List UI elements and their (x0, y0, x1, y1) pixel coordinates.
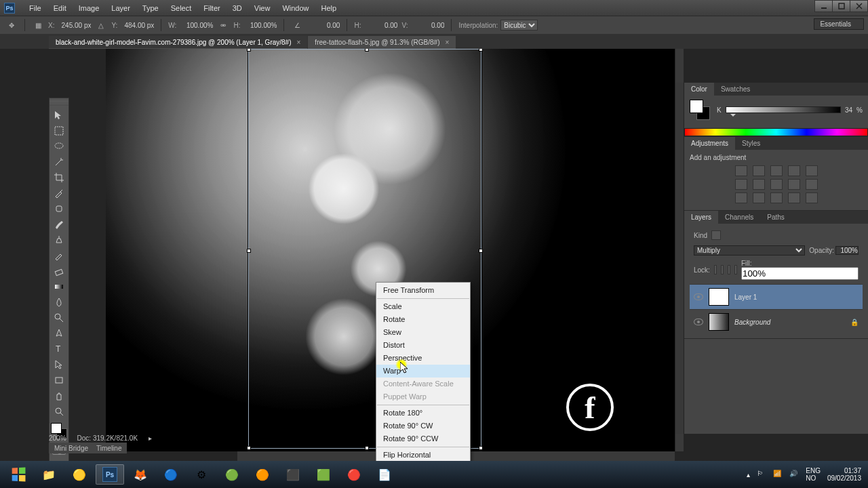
adj-vibrance-icon[interactable] (806, 165, 818, 176)
eraser-tool[interactable] (52, 264, 66, 278)
zoom-tool[interactable] (52, 405, 66, 418)
hand-tool[interactable] (52, 389, 66, 403)
move-tool[interactable] (52, 108, 66, 122)
adj-gradmap-icon[interactable] (788, 192, 800, 203)
angle-input[interactable] (307, 22, 340, 29)
tray-volume-icon[interactable]: 🔊 (789, 470, 799, 479)
menu-file[interactable]: File (23, 4, 47, 12)
start-button[interactable] (4, 464, 33, 485)
healing-brush-tool[interactable] (52, 202, 66, 216)
panel-tab-adjustments[interactable]: Adjustments (684, 137, 735, 150)
transform-handle[interactable] (247, 446, 251, 450)
k-slider[interactable] (726, 106, 841, 113)
ctx-distort[interactable]: Distort (376, 339, 470, 352)
lock-all-icon[interactable] (734, 265, 737, 274)
menu-image[interactable]: Image (73, 4, 106, 12)
ctx-flip-horizontal[interactable]: Flip Horizontal (376, 449, 470, 462)
taskbar-photoshop[interactable]: Ps (96, 464, 124, 485)
gradient-tool[interactable] (52, 280, 66, 293)
adj-photofilter-icon[interactable] (770, 179, 783, 190)
x-input[interactable] (58, 22, 91, 29)
ctx-free-transform[interactable]: Free Transform (376, 284, 470, 297)
transform-handle[interactable] (365, 446, 369, 450)
w-input[interactable] (180, 22, 213, 29)
layer-visibility-icon[interactable] (694, 293, 703, 300)
taskbar-app-v[interactable]: 🟠 (248, 464, 277, 485)
document-tab[interactable]: free-tattoo-flash-5.jpg @ 91.3% (RGB/8#)… (308, 36, 456, 49)
adj-exposure-icon[interactable] (788, 165, 800, 176)
panel-tab-paths[interactable]: Paths (760, 211, 791, 224)
menu-edit[interactable]: Edit (47, 4, 73, 12)
type-tool[interactable]: T (52, 342, 66, 356)
lock-transparent-icon[interactable] (714, 265, 717, 274)
adj-bw-icon[interactable] (753, 179, 765, 190)
adj-brightness-icon[interactable] (735, 165, 747, 176)
ctx-warp[interactable]: Warp (376, 365, 470, 378)
adj-threshold-icon[interactable] (770, 192, 783, 203)
taskbar-app-red[interactable]: 🔴 (340, 464, 368, 485)
vskew-input[interactable] (412, 22, 444, 29)
transform-handle[interactable] (479, 446, 483, 450)
path-selection-tool[interactable] (52, 358, 66, 371)
y-input[interactable] (121, 22, 154, 29)
taskbar-explorer[interactable]: 📁 (35, 464, 63, 485)
layer-thumbnail[interactable] (709, 288, 729, 306)
taskbar-utorrent[interactable]: 🟢 (218, 464, 246, 485)
history-brush-tool[interactable] (52, 249, 66, 262)
taskbar-spotify[interactable]: 🟩 (309, 464, 338, 485)
opacity-input[interactable] (835, 246, 859, 255)
panel-tab-swatches[interactable]: Swatches (714, 83, 757, 96)
dodge-tool[interactable] (52, 311, 66, 325)
menu-window[interactable]: Window (276, 4, 315, 12)
menu-help[interactable]: Help (315, 4, 343, 12)
tray-date[interactable]: 09/02/2013 (827, 474, 861, 482)
menu-view[interactable]: View (248, 4, 277, 12)
document-tab[interactable]: black-and-white-girl-model-Favim.com-279… (49, 36, 307, 49)
panel-tab-styles[interactable]: Styles (735, 137, 767, 150)
transform-handle[interactable] (479, 249, 483, 253)
adj-lookup-icon[interactable] (806, 179, 818, 190)
lasso-tool[interactable] (52, 140, 66, 153)
swap-xy-icon[interactable]: △ (95, 19, 107, 31)
bottom-tab-mini-bridge[interactable]: Mini Bridge (54, 445, 88, 452)
ctx-skew[interactable]: Skew (376, 326, 470, 339)
tray-lang2[interactable]: NO (806, 474, 821, 482)
status-expand-icon[interactable]: ▸ (149, 434, 152, 442)
crop-tool[interactable] (52, 171, 66, 184)
layer-visibility-icon[interactable] (694, 319, 703, 325)
lock-pixels-icon[interactable] (721, 265, 724, 274)
transform-handle[interactable] (247, 249, 251, 253)
layer-name[interactable]: Layer 1 (734, 293, 757, 301)
ctx-perspective[interactable]: Perspective (376, 352, 470, 365)
eyedropper-tool[interactable] (52, 186, 66, 200)
taskbar-chrome[interactable]: 🟡 (65, 464, 94, 485)
color-spectrum[interactable] (684, 128, 868, 136)
fill-input[interactable] (741, 267, 859, 280)
ctx-rotate-90-cw[interactable]: Rotate 90° CW (376, 420, 470, 432)
tray-network-icon[interactable]: 📶 (773, 470, 783, 479)
adj-posterize-icon[interactable] (753, 192, 765, 203)
blend-mode-select[interactable]: Multiply (694, 245, 805, 256)
workspace-switcher[interactable]: Essentials (814, 18, 864, 30)
transform-handle[interactable] (479, 49, 483, 52)
clone-stamp-tool[interactable] (52, 233, 66, 247)
taskbar-skype[interactable]: 🔵 (157, 464, 185, 485)
adj-invert-icon[interactable] (735, 192, 747, 203)
tray-expand-icon[interactable]: ▴ (747, 471, 750, 479)
filter-kind-icon[interactable] (711, 230, 721, 240)
menu-select[interactable]: Select (165, 4, 198, 12)
zoom-level[interactable]: 200% (49, 434, 66, 442)
menu-3d[interactable]: 3D (226, 4, 248, 12)
bottom-tab-timeline[interactable]: Timeline (96, 445, 121, 452)
layer-row[interactable]: Background🔒 (690, 309, 863, 334)
close-tab-icon[interactable]: × (445, 39, 449, 46)
transform-handle[interactable] (247, 49, 251, 52)
taskbar-app-generic[interactable]: ⬛ (279, 464, 307, 485)
panel-color-swatch[interactable] (690, 100, 710, 120)
lock-position-icon[interactable] (728, 265, 730, 274)
menu-layer[interactable]: Layer (105, 4, 136, 12)
k-value[interactable]: 34 (845, 106, 852, 114)
panel-tab-layers[interactable]: Layers (684, 211, 718, 224)
taskbar-steam[interactable]: ⚙ (187, 464, 216, 485)
tray-flag-icon[interactable]: 🏳 (757, 470, 766, 479)
